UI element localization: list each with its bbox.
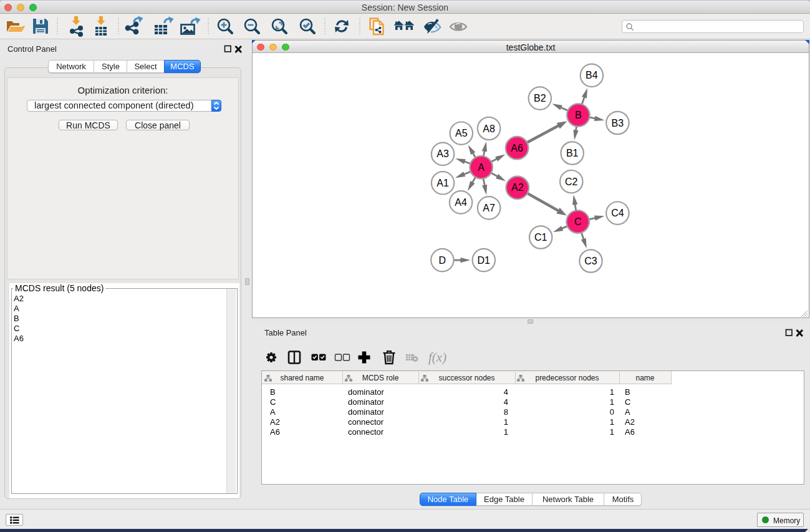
svg-text:C2: C2 (565, 177, 578, 187)
svg-text:B3: B3 (612, 118, 624, 128)
svg-text:A6: A6 (511, 143, 523, 153)
svg-text:B4: B4 (586, 70, 598, 80)
svg-text:A1: A1 (436, 178, 449, 188)
svg-text:B: B (575, 110, 582, 120)
svg-text:A7: A7 (483, 203, 495, 213)
svg-text:C4: C4 (611, 208, 624, 218)
svg-text:A5: A5 (455, 128, 468, 138)
svg-text:f(x): f(x) (428, 350, 446, 365)
svg-text:A3: A3 (436, 148, 449, 159)
svg-text:B1: B1 (566, 148, 579, 158)
svg-text:D1: D1 (478, 255, 491, 266)
svg-text:A: A (478, 162, 485, 173)
svg-text:A2: A2 (511, 182, 524, 193)
svg-text:A8: A8 (483, 123, 495, 134)
svg-text:C3: C3 (584, 256, 597, 266)
svg-text:A4: A4 (455, 197, 467, 208)
svg-text:C1: C1 (534, 232, 547, 243)
svg-text:D: D (439, 255, 446, 266)
svg-text:C: C (574, 216, 582, 227)
svg-text:B2: B2 (534, 93, 546, 104)
